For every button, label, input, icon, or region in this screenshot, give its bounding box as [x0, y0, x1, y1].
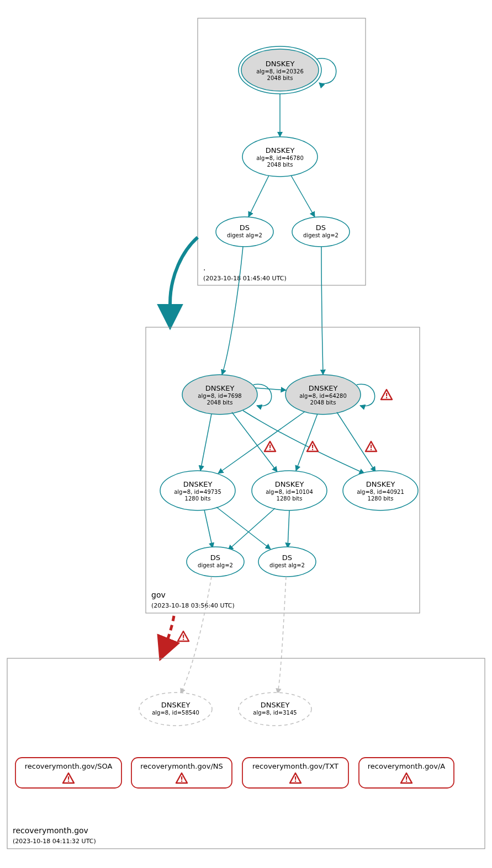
svg-rect-52 [183, 639, 184, 640]
zone-rm-label: recoverymonth.gov [13, 826, 88, 835]
rr-txt[interactable]: recoverymonth.gov/TXT [242, 758, 348, 788]
svg-rect-67 [181, 781, 182, 782]
svg-text:recoverymonth.gov/TXT: recoverymonth.gov/TXT [252, 762, 338, 770]
rr-soa[interactable]: recoverymonth.gov/SOA [15, 758, 121, 788]
svg-text:DNSKEY: DNSKEY [366, 480, 395, 488]
zone-rm-timestamp: (2023-10-18 04:11:32 UTC) [13, 838, 96, 845]
svg-rect-30 [312, 449, 313, 450]
zone-gov-timestamp: (2023-10-18 03:56:40 UTC) [151, 602, 235, 609]
svg-text:digest alg=2: digest alg=2 [227, 232, 262, 238]
edge-root-zsk-ds1 [248, 175, 269, 217]
svg-point-48 [258, 547, 316, 577]
svg-rect-74 [406, 776, 407, 780]
warning-icon [264, 441, 276, 451]
zone-root-timestamp: (2023-10-18 01:45:40 UTC) [203, 275, 287, 282]
svg-text:alg=8, id=40921: alg=8, id=40921 [357, 489, 404, 495]
svg-point-45 [187, 547, 244, 577]
svg-rect-62 [68, 776, 69, 780]
node-gov-k49735[interactable]: DNSKEY alg=8, id=49735 1280 bits [160, 471, 235, 510]
node-rm-k3145[interactable]: DNSKEY alg=8, id=3145 [239, 693, 311, 726]
svg-text:DS: DS [240, 223, 250, 232]
svg-point-13 [292, 217, 350, 247]
svg-text:1280 bits: 1280 bits [368, 496, 394, 502]
svg-text:2048 bits: 2048 bits [310, 400, 336, 406]
rr-a[interactable]: recoverymonth.gov/A [359, 758, 454, 788]
zone-gov: gov (2023-10-18 03:56:40 UTC) DNSKEY alg… [146, 327, 420, 613]
svg-text:alg=8, id=49735: alg=8, id=49735 [174, 489, 221, 495]
svg-text:DS: DS [316, 223, 326, 232]
svg-text:alg=8, id=46780: alg=8, id=46780 [256, 155, 304, 161]
svg-text:DNSKEY: DNSKEY [275, 480, 304, 488]
svg-text:DS: DS [210, 553, 220, 562]
node-root-zsk[interactable]: DNSKEY alg=8, id=46780 2048 bits [242, 137, 318, 177]
svg-text:recoverymonth.gov/NS: recoverymonth.gov/NS [140, 762, 223, 770]
svg-rect-25 [386, 393, 387, 396]
svg-text:DNSKEY: DNSKEY [309, 384, 338, 392]
edge-gov-rm-delegation [161, 616, 174, 657]
edge-root-zsk-ds2 [291, 175, 315, 217]
svg-rect-27 [269, 445, 271, 448]
zone-root-label: . [203, 263, 205, 272]
node-gov-k10104[interactable]: DNSKEY alg=8, id=10104 1280 bits [252, 471, 327, 510]
svg-text:DNSKEY: DNSKEY [205, 384, 235, 392]
svg-text:alg=8, id=10104: alg=8, id=10104 [266, 489, 313, 495]
svg-text:digest alg=2: digest alg=2 [303, 232, 338, 238]
edge-ds2-gov64280 [321, 247, 323, 375]
edge-root-gov-delegation [170, 237, 198, 325]
svg-text:1280 bits: 1280 bits [185, 496, 211, 502]
svg-rect-32 [371, 449, 372, 450]
svg-rect-29 [312, 445, 313, 448]
svg-text:alg=8, id=3145: alg=8, id=3145 [253, 710, 297, 716]
svg-text:DNSKEY: DNSKEY [183, 480, 213, 488]
svg-rect-28 [269, 449, 271, 450]
svg-point-57 [239, 693, 311, 726]
svg-point-10 [216, 217, 273, 247]
svg-rect-70 [295, 776, 296, 780]
node-gov-ds1[interactable]: DS digest alg=2 [187, 547, 244, 577]
zone-recoverymonth: recoverymonth.gov (2023-10-18 04:11:32 U… [7, 658, 485, 849]
node-root-ds2[interactable]: DS digest alg=2 [292, 217, 350, 247]
dnssec-diagram: . (2023-10-18 01:45:40 UTC) DNSKEY alg=8… [0, 0, 492, 868]
warning-icon [381, 390, 392, 400]
svg-text:digest alg=2: digest alg=2 [269, 562, 305, 568]
svg-text:2048 bits: 2048 bits [267, 75, 293, 81]
node-gov-k40921[interactable]: DNSKEY alg=8, id=40921 1280 bits [343, 471, 418, 510]
zone-root: . (2023-10-18 01:45:40 UTC) DNSKEY alg=8… [198, 18, 366, 285]
svg-text:DNSKEY: DNSKEY [266, 60, 295, 68]
svg-rect-31 [371, 445, 372, 448]
svg-rect-71 [295, 781, 296, 782]
svg-text:DNSKEY: DNSKEY [261, 701, 290, 709]
svg-text:1280 bits: 1280 bits [277, 496, 303, 502]
node-root-ksk[interactable]: DNSKEY alg=8, id=20326 2048 bits [239, 46, 321, 94]
node-rm-k58540[interactable]: DNSKEY alg=8, id=58540 [139, 693, 212, 726]
svg-rect-66 [181, 776, 182, 780]
svg-text:2048 bits: 2048 bits [207, 400, 233, 406]
svg-text:recoverymonth.gov/A: recoverymonth.gov/A [368, 762, 445, 770]
edge-7698-64280 [255, 388, 286, 390]
edge-ds2-rm3145 [278, 577, 286, 694]
svg-text:2048 bits: 2048 bits [267, 162, 293, 168]
node-gov-k64280[interactable]: DNSKEY alg=8, id=64280 2048 bits [285, 375, 361, 414]
svg-text:recoverymonth.gov/SOA: recoverymonth.gov/SOA [25, 762, 113, 770]
svg-text:alg=8, id=58540: alg=8, id=58540 [152, 710, 199, 716]
warning-icon [307, 441, 318, 451]
svg-text:alg=8, id=64280: alg=8, id=64280 [299, 393, 347, 399]
svg-rect-75 [406, 781, 407, 782]
rr-ns[interactable]: recoverymonth.gov/NS [131, 758, 232, 788]
svg-rect-26 [386, 397, 387, 398]
svg-point-54 [139, 693, 212, 726]
node-gov-ds2[interactable]: DS digest alg=2 [258, 547, 316, 577]
svg-text:DNSKEY: DNSKEY [266, 146, 295, 155]
svg-text:DNSKEY: DNSKEY [161, 701, 191, 709]
zone-gov-label: gov [151, 590, 166, 599]
svg-text:DS: DS [282, 553, 292, 562]
svg-text:alg=8, id=7698: alg=8, id=7698 [198, 393, 241, 399]
warning-icon [178, 631, 189, 641]
warning-icon [366, 441, 377, 451]
svg-text:digest alg=2: digest alg=2 [198, 562, 233, 568]
svg-rect-63 [68, 781, 69, 782]
node-root-ds1[interactable]: DS digest alg=2 [216, 217, 273, 247]
svg-rect-51 [183, 635, 184, 638]
svg-text:alg=8, id=20326: alg=8, id=20326 [256, 68, 304, 74]
node-gov-k7698[interactable]: DNSKEY alg=8, id=7698 2048 bits [182, 375, 257, 414]
